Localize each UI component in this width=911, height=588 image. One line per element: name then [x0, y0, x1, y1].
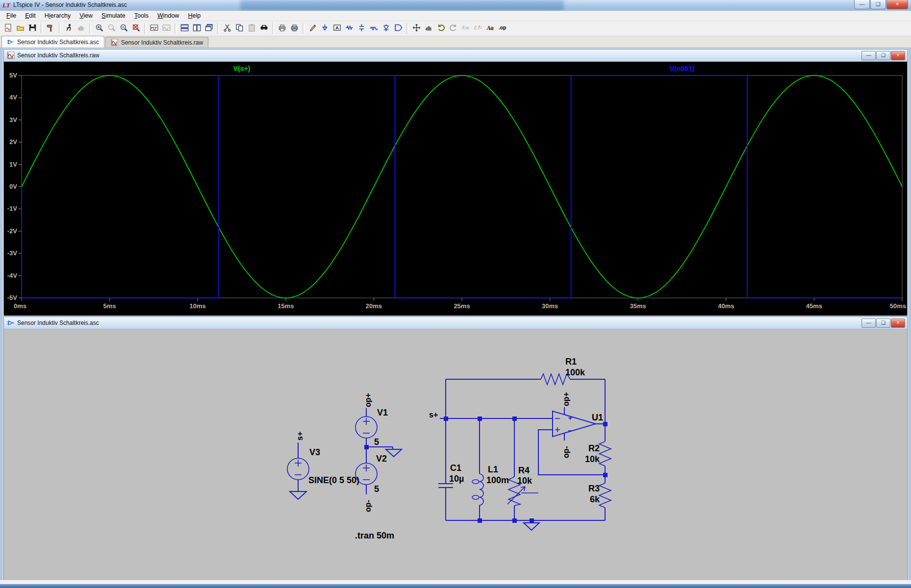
component-button[interactable] — [392, 23, 405, 35]
net-label-s-plus-opamp[interactable]: s+ — [429, 411, 446, 419]
component-r2-resistor[interactable]: R2 10k — [585, 426, 611, 475]
move-button[interactable] — [410, 23, 423, 35]
zoom-back-icon — [107, 24, 116, 34]
label-net-button[interactable]: A — [331, 23, 343, 35]
capacitor-button[interactable] — [355, 23, 368, 35]
waveform-window-titlebar[interactable]: Sensor Induktiv Schaltkreis.raw — ❏ × — [4, 49, 907, 62]
menu-simulate[interactable]: Simulate — [97, 11, 130, 20]
text-button[interactable]: Aa — [484, 23, 496, 35]
open-button[interactable] — [14, 23, 26, 35]
zoom-in-button[interactable] — [93, 23, 105, 35]
schematic-maximize-button[interactable]: ❏ — [876, 318, 890, 328]
print-setup-button[interactable] — [276, 23, 288, 35]
resistor-button[interactable] — [343, 23, 355, 35]
tile-vertical-button[interactable] — [191, 23, 203, 35]
ground-symbol — [524, 523, 539, 530]
control-panel-button[interactable] — [45, 23, 57, 35]
cascade-icon — [205, 24, 213, 34]
zoom-back-button[interactable] — [105, 23, 118, 35]
new-schematic-button[interactable] — [2, 23, 14, 35]
trace-label[interactable]: V(s+) — [233, 65, 251, 73]
component-v3-voltage-source[interactable]: s+ V3 SINE(0 5 50) — [287, 432, 359, 499]
x-axis-tick-label: 40ms — [718, 302, 734, 310]
ground-button[interactable] — [319, 23, 331, 35]
toolbar-separator — [175, 23, 177, 34]
print-button[interactable] — [288, 23, 301, 35]
net-label-s-plus[interactable]: s+ — [296, 432, 304, 441]
component-r1-resistor[interactable]: R1 100k — [446, 357, 605, 424]
schematic-minimize-button[interactable]: — — [861, 318, 876, 328]
waveform-plot[interactable]: 5V4V3V2V1V0V-1V-2V-3V-4V-5V0ms5ms10ms15m… — [4, 62, 907, 316]
redo-icon — [449, 24, 457, 34]
tab-waveform[interactable]: Sensor Induktiv Schaltkreis.raw — [105, 37, 208, 48]
paste-button[interactable] — [246, 23, 258, 35]
waveform-maximize-button[interactable]: ❏ — [876, 51, 890, 60]
r4-label: R4 — [518, 466, 530, 475]
tab-schematic[interactable]: Sensor Induktiv Schaltkreis.asc — [1, 36, 104, 48]
r4-value: 10k — [517, 476, 532, 486]
menu-tools[interactable]: Tools — [130, 11, 153, 20]
schematic-window-titlebar[interactable]: Sensor Induktiv Schaltkreis.asc — ❏ × — [4, 317, 907, 329]
copy-button[interactable] — [233, 23, 246, 35]
cut-button[interactable] — [221, 23, 233, 35]
app-maximize-button[interactable]: ❏ — [870, 0, 886, 9]
menu-edit[interactable]: Edit — [21, 11, 40, 20]
net-label-op-plus-power[interactable]: op+ — [562, 392, 570, 406]
waveform-minimize-button[interactable]: — — [861, 51, 876, 60]
inductor-icon — [370, 24, 378, 34]
component-icon — [394, 24, 403, 34]
schematic-close-button[interactable]: × — [891, 318, 905, 328]
wire-button[interactable] — [306, 23, 319, 35]
app-titlebar[interactable]: LT LTspice IV - Sensor Induktiv Schaltkr… — [0, 0, 911, 11]
app-minimize-button[interactable]: — — [854, 0, 870, 9]
schematic-doc-icon — [7, 38, 14, 46]
menu-file[interactable]: File — [2, 11, 21, 20]
component-c1-capacitor[interactable]: C1 10µ — [438, 420, 464, 520]
run-icon — [65, 24, 73, 34]
component-v1-voltage-source[interactable]: op+ V1 5 — [355, 393, 388, 447]
drag-button[interactable] — [423, 23, 435, 35]
zoom-full-extents-button[interactable] — [130, 23, 142, 35]
waveform-close-button[interactable]: × — [891, 51, 905, 60]
component-r4-variable-resistor[interactable]: R4 10k — [507, 420, 538, 520]
zoom-out-button[interactable] — [118, 23, 130, 35]
autorange-y-button[interactable] — [148, 23, 160, 35]
r3-label: R3 — [588, 484, 600, 493]
component-l1-inductor[interactable]: L1 100m — [472, 420, 509, 520]
find-button[interactable] — [258, 23, 270, 35]
halt-button[interactable] — [75, 23, 87, 35]
net-label-op-minus[interactable]: op- — [364, 500, 372, 512]
menu-window[interactable]: Window — [153, 11, 183, 20]
menu-hierarchy[interactable]: Hierarchy — [40, 11, 76, 20]
ltspice-logo-icon: LT — [2, 1, 11, 9]
v1-label: V1 — [377, 408, 388, 417]
plot-settings-button[interactable] — [160, 23, 173, 35]
menu-view[interactable]: View — [75, 11, 97, 20]
tile-horizontal-button[interactable] — [178, 23, 191, 35]
run-button[interactable] — [63, 23, 75, 35]
net-label-op-minus-power[interactable]: op- — [562, 446, 570, 458]
inductor-button[interactable] — [368, 23, 380, 35]
schematic-canvas[interactable]: s+ V3 SINE(0 5 50) op+ — [4, 329, 907, 580]
diode-button[interactable] — [380, 23, 392, 35]
save-button[interactable] — [26, 23, 39, 35]
undo-button[interactable] — [435, 23, 447, 35]
tile-vertical-icon — [193, 24, 201, 34]
toolbar-separator — [89, 23, 91, 34]
component-v2-voltage-source[interactable]: V2 5 op- — [355, 449, 387, 512]
redo-button[interactable] — [447, 23, 459, 35]
app-close-button[interactable]: × — [886, 0, 908, 9]
mirror-button[interactable]: Em — [459, 23, 472, 35]
net-label-op-plus[interactable]: op+ — [364, 393, 372, 407]
rotate-button[interactable]: E↻ — [472, 23, 484, 35]
component-r3-resistor[interactable]: R3 6k — [588, 475, 611, 520]
spice-directive-text[interactable]: .tran 50m — [355, 531, 394, 540]
menu-help[interactable]: Help — [183, 11, 205, 20]
tile-horizontal-icon — [180, 24, 189, 34]
cascade-button[interactable] — [203, 23, 215, 35]
svg-text:s+: s+ — [429, 411, 438, 419]
trace-label[interactable]: V(n001) — [670, 65, 695, 73]
resistor-icon — [345, 24, 354, 34]
new-schematic-icon — [4, 24, 12, 34]
spice-directive-button[interactable]: .op — [496, 23, 508, 35]
